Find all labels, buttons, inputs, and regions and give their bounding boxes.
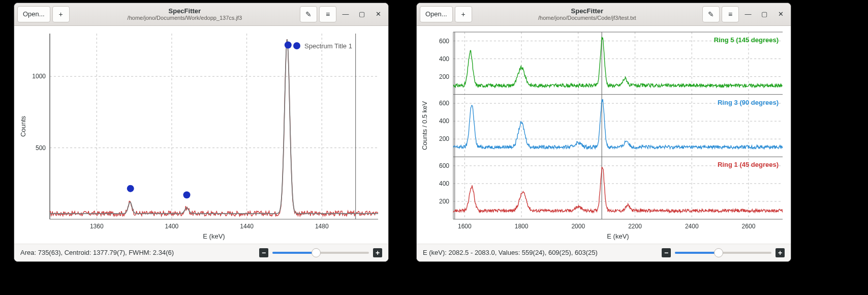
pencil-icon: ✎ — [708, 11, 714, 18]
close-icon: ✕ — [376, 10, 381, 18]
svg-text:400: 400 — [439, 180, 449, 187]
svg-text:200: 200 — [439, 198, 449, 205]
chart-canvas-left[interactable]: 50010001360140014401480E (keV)CountsSpec… — [14, 26, 388, 244]
svg-text:1600: 1600 — [458, 223, 472, 230]
svg-text:2000: 2000 — [571, 223, 585, 230]
svg-text:1800: 1800 — [515, 223, 529, 230]
minimize-icon: — — [343, 10, 349, 18]
maximize-icon: ▢ — [761, 10, 767, 18]
svg-text:E (keV): E (keV) — [203, 232, 225, 240]
close-icon: ✕ — [778, 10, 784, 18]
zoom-in-button[interactable]: + — [776, 248, 785, 257]
svg-text:600: 600 — [439, 37, 449, 44]
svg-text:600: 600 — [439, 100, 449, 107]
svg-text:Counts / 0.5 keV: Counts / 0.5 keV — [421, 101, 428, 150]
status-text: Area: 735(63), Centroid: 1377.79(7), FWH… — [20, 249, 254, 256]
close-button[interactable]: ✕ — [773, 7, 788, 21]
menu-button[interactable]: ≡ — [319, 6, 336, 22]
svg-text:Ring 1 (45 degrees): Ring 1 (45 degrees) — [718, 161, 779, 168]
svg-text:400: 400 — [439, 55, 449, 62]
add-button[interactable]: + — [455, 6, 472, 22]
open-button-label: Open... — [425, 10, 447, 18]
minimize-button[interactable]: — — [338, 7, 353, 21]
status-text: E (keV): 2082.5 - 2083.0, Values: 559(24… — [423, 249, 657, 256]
app-title: SpecFitter — [474, 8, 700, 15]
svg-text:1480: 1480 — [315, 223, 329, 230]
svg-text:Ring 3 (90 degrees): Ring 3 (90 degrees) — [718, 99, 779, 106]
svg-text:2600: 2600 — [742, 223, 756, 230]
maximize-icon: ▢ — [359, 10, 365, 18]
zoom-slider[interactable] — [675, 248, 771, 257]
svg-text:1400: 1400 — [165, 223, 179, 230]
pencil-icon: ✎ — [305, 11, 312, 18]
svg-text:Counts: Counts — [19, 115, 27, 137]
svg-text:200: 200 — [439, 135, 449, 142]
svg-text:1360: 1360 — [90, 223, 104, 230]
svg-text:400: 400 — [439, 117, 449, 125]
app-title: SpecFitter — [72, 8, 298, 15]
svg-text:2200: 2200 — [628, 223, 642, 230]
open-button[interactable]: Open... — [17, 6, 50, 22]
edit-button[interactable]: ✎ — [702, 6, 720, 22]
svg-text:1440: 1440 — [240, 223, 254, 230]
minimize-button[interactable]: — — [741, 7, 755, 21]
zoom-slider[interactable] — [272, 248, 369, 257]
svg-text:Ring 5 (145 degrees): Ring 5 (145 degrees) — [714, 36, 779, 44]
open-button-label: Open... — [23, 10, 45, 18]
zoom-in-button[interactable]: + — [373, 248, 382, 257]
statusbar: Area: 735(63), Centroid: 1377.79(7), FWH… — [14, 244, 388, 261]
svg-point-20 — [285, 41, 292, 48]
hamburger-icon: ≡ — [326, 11, 330, 18]
svg-point-21 — [293, 42, 300, 49]
plus-icon: + — [59, 11, 63, 18]
svg-text:500: 500 — [36, 144, 46, 151]
svg-point-18 — [127, 185, 134, 192]
close-button[interactable]: ✕ — [371, 7, 385, 21]
svg-text:1000: 1000 — [32, 73, 46, 80]
titlebar[interactable]: Open... + SpecFitter /home/jono/Document… — [417, 3, 791, 26]
menu-button[interactable]: ≡ — [722, 6, 739, 22]
zoom-out-button[interactable]: − — [662, 248, 671, 257]
app-subtitle: /home/jono/Documents/Work/edopp_137cs.jf… — [72, 15, 298, 21]
svg-text:E (keV): E (keV) — [607, 232, 629, 240]
minimize-icon: — — [745, 10, 752, 18]
svg-text:2400: 2400 — [685, 223, 699, 230]
edit-button[interactable]: ✎ — [300, 6, 317, 22]
window-specfitter-left: Open... + SpecFitter /home/jono/Document… — [14, 3, 389, 262]
plus-icon: + — [461, 11, 466, 18]
add-button[interactable]: + — [52, 6, 70, 22]
chart-canvas-right[interactable]: 160018002000220024002600200400600Ring 5 … — [417, 26, 791, 244]
svg-text:600: 600 — [439, 162, 449, 169]
zoom-out-button[interactable]: − — [259, 248, 268, 257]
titlebar[interactable]: Open... + SpecFitter /home/jono/Document… — [14, 3, 388, 26]
window-specfitter-right: Open... + SpecFitter /home/jono/Document… — [416, 3, 791, 262]
app-subtitle: /home/jono/Documents/Code/jf3/test.txt — [474, 15, 700, 21]
open-button[interactable]: Open... — [420, 6, 453, 22]
svg-text:Spectrum Title 1: Spectrum Title 1 — [304, 42, 352, 50]
maximize-button[interactable]: ▢ — [355, 7, 369, 21]
maximize-button[interactable]: ▢ — [757, 7, 771, 21]
hamburger-icon: ≡ — [728, 11, 732, 18]
statusbar: E (keV): 2082.5 - 2083.0, Values: 559(24… — [417, 244, 791, 261]
svg-text:200: 200 — [439, 73, 449, 80]
svg-point-19 — [183, 191, 190, 198]
